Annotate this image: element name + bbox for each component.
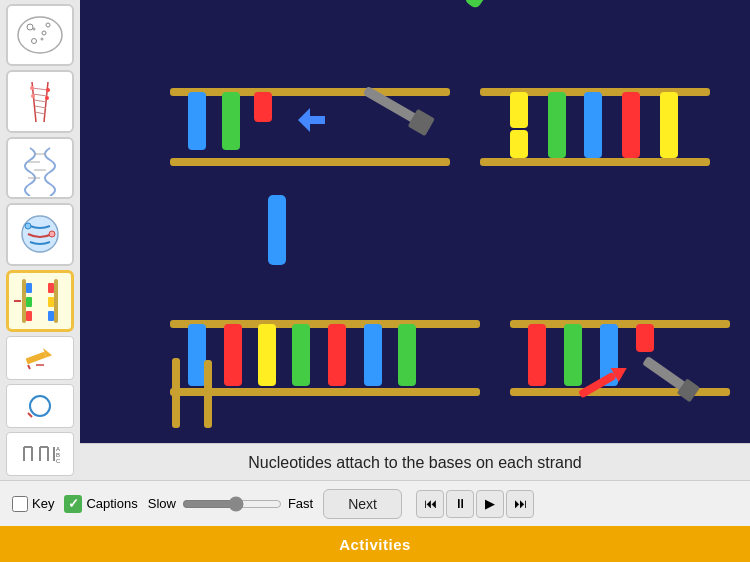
svg-line-11 [34,100,47,102]
svg-rect-59 [510,130,528,158]
skip-back-button[interactable]: ⏮ [416,490,444,518]
svg-point-38 [30,396,50,416]
svg-point-24 [49,231,55,237]
svg-point-15 [46,88,50,92]
svg-rect-61 [584,92,602,158]
content-area: A B C [0,0,750,480]
nucleotide-attachment-icon [12,273,68,329]
svg-text:C: C [56,458,60,464]
skip-forward-button[interactable]: ⏭ [506,490,534,518]
svg-rect-70 [170,320,480,328]
svg-line-36 [28,365,30,369]
key-label[interactable]: Key [12,496,54,512]
svg-rect-84 [636,324,654,352]
speed-slider[interactable] [182,496,282,512]
svg-rect-29 [26,297,32,307]
svg-line-12 [35,106,46,108]
svg-marker-57 [298,108,325,132]
svg-line-9 [32,88,48,90]
sidebar-item-dna-replication[interactable] [6,137,74,199]
viz-area: Nucleotides attach to the bases on each … [80,0,750,480]
svg-point-6 [41,38,44,41]
captions-text: Captions [86,496,137,511]
svg-rect-80 [398,324,416,386]
dna-scene-svg [80,0,750,430]
main-container: A B C [0,0,750,562]
svg-rect-60 [548,92,566,158]
sidebar-item-dna-unwinding[interactable] [6,203,74,265]
svg-rect-65 [463,0,528,10]
svg-rect-79 [364,324,382,386]
svg-rect-69 [268,195,286,265]
svg-rect-58 [510,92,528,128]
cell-overview-icon [12,7,68,63]
svg-rect-71 [170,388,480,396]
pause-button[interactable]: ⏸ [446,490,474,518]
svg-point-4 [46,23,50,27]
svg-rect-51 [170,158,450,166]
activities-bar[interactable]: Activities [0,526,750,562]
dna-unwinding-icon [12,206,68,262]
svg-rect-31 [26,311,32,321]
svg-line-10 [33,94,47,96]
svg-rect-26 [54,279,58,323]
svg-point-2 [42,31,46,35]
captions-control[interactable]: Captions [64,495,137,513]
svg-point-3 [32,39,37,44]
sidebar-item-nucleotide-attachment[interactable] [6,270,74,333]
svg-rect-82 [564,324,582,386]
svg-point-0 [18,17,62,53]
sidebar-tool-lines[interactable]: A B C [6,432,74,476]
svg-rect-78 [328,324,346,386]
svg-point-14 [30,86,34,90]
svg-rect-89 [172,358,180,428]
svg-rect-64 [660,120,678,158]
svg-rect-77 [292,324,310,386]
svg-rect-74 [188,324,206,386]
speed-control: Slow Fast [148,496,313,512]
key-text: Key [32,496,54,511]
fast-label: Fast [288,496,313,511]
caption-text: Nucleotides attach to the bases on each … [80,443,750,480]
svg-rect-81 [528,324,546,386]
svg-rect-90 [204,360,212,428]
circle-icon [20,391,60,421]
next-button[interactable]: Next [323,489,402,519]
play-button[interactable]: ▶ [476,490,504,518]
svg-rect-53 [480,158,710,166]
svg-line-39 [28,413,32,417]
svg-rect-54 [188,92,206,150]
svg-rect-32 [48,311,54,321]
dna-replication-icon [12,140,68,196]
controls-bar: Key Captions Slow Fast Next ⏮ ⏸ ▶ ⏭ [0,480,750,526]
dna-structure-icon [12,74,68,130]
svg-rect-76 [258,324,276,386]
svg-line-13 [35,112,45,114]
sidebar-item-cell-overview[interactable] [6,4,74,66]
slow-label: Slow [148,496,176,511]
sidebar-tool-circle[interactable] [6,384,74,428]
sidebar-tool-pencil[interactable] [6,336,74,380]
svg-rect-27 [26,283,32,293]
svg-point-1 [27,24,33,30]
svg-rect-25 [22,279,26,323]
key-checkbox[interactable] [12,496,28,512]
sidebar: A B C [0,0,80,480]
svg-rect-62 [622,92,640,158]
svg-point-17 [45,96,49,100]
svg-rect-34 [26,352,47,364]
lines-icon: A B C [20,439,60,469]
svg-point-23 [25,223,31,229]
activities-label: Activities [339,536,411,553]
svg-rect-75 [224,324,242,386]
captions-checkmark[interactable] [64,495,82,513]
svg-rect-56 [254,92,272,122]
pencil-icon [20,343,60,373]
svg-rect-50 [170,88,450,96]
svg-rect-55 [222,92,240,150]
sidebar-item-dna-structure[interactable] [6,70,74,132]
svg-point-5 [33,28,36,31]
svg-point-16 [31,94,35,98]
playback-controls: ⏮ ⏸ ▶ ⏭ [416,490,534,518]
svg-rect-28 [48,283,54,293]
